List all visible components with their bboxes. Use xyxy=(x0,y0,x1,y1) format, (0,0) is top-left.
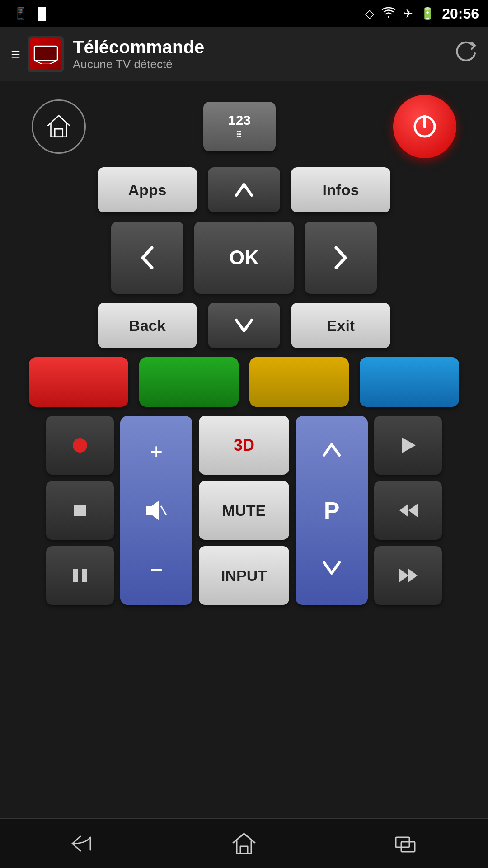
mute-button[interactable]: MUTE xyxy=(199,481,289,540)
svg-rect-18 xyxy=(240,846,248,854)
airplane-icon: ✈ xyxy=(403,7,413,21)
status-bar: 📱 ▐▌ ◇ ✈ 🔋 20:56 xyxy=(0,0,488,27)
svg-marker-17 xyxy=(408,569,418,582)
channel-column[interactable]: P xyxy=(296,416,368,605)
infos-button[interactable]: Infos xyxy=(291,167,390,212)
row-apps: Apps Infos xyxy=(18,167,470,212)
header-subtitle: Aucune TV détecté xyxy=(73,57,455,71)
volume-down-icon: − xyxy=(150,557,163,582)
rewind-button[interactable] xyxy=(374,481,442,540)
volume-up-icon: + xyxy=(150,439,163,464)
exit-button[interactable]: Exit xyxy=(291,303,390,348)
record-button[interactable] xyxy=(46,416,114,475)
svg-rect-0 xyxy=(34,46,57,61)
fastforward-button[interactable] xyxy=(374,546,442,605)
recents-nav-button[interactable] xyxy=(375,826,438,862)
app-icon xyxy=(28,36,64,72)
media-section: + − 3D MUTE INPUT P xyxy=(18,416,470,605)
channel-p-label: P xyxy=(324,497,340,524)
svg-line-12 xyxy=(161,506,166,515)
svg-marker-14 xyxy=(399,504,408,517)
app-icon-img xyxy=(30,38,61,70)
blue-button[interactable] xyxy=(360,357,459,407)
status-time: 20:56 xyxy=(442,5,479,22)
right-button[interactable] xyxy=(305,222,377,294)
header-title: Télécommande xyxy=(73,37,455,57)
stop-button[interactable] xyxy=(46,481,114,540)
pause-button[interactable] xyxy=(46,546,114,605)
record-col xyxy=(46,416,114,605)
red-button[interactable] xyxy=(29,357,128,407)
play-button[interactable] xyxy=(374,416,442,475)
svg-marker-15 xyxy=(408,504,418,517)
phone-icon: 📱 xyxy=(14,7,28,21)
ok-button[interactable]: OK xyxy=(194,222,294,294)
yellow-button[interactable] xyxy=(249,357,349,407)
left-button[interactable] xyxy=(111,222,183,294)
barcode-icon: ▐▌ xyxy=(33,7,50,21)
volume-column[interactable]: + − xyxy=(120,416,192,605)
playback-col xyxy=(374,416,442,605)
row-ok: OK xyxy=(18,222,470,294)
center-stack: 3D MUTE INPUT xyxy=(199,416,289,605)
svg-rect-10 xyxy=(82,569,87,582)
svg-rect-8 xyxy=(74,505,86,516)
home-button[interactable] xyxy=(32,99,86,154)
row-back: Back Exit xyxy=(18,303,470,348)
green-button[interactable] xyxy=(139,357,239,407)
back-button[interactable]: Back xyxy=(98,303,197,348)
refresh-icon[interactable] xyxy=(455,41,477,68)
svg-rect-9 xyxy=(73,569,78,582)
power-button[interactable] xyxy=(393,95,456,158)
input-button[interactable]: INPUT xyxy=(199,546,289,605)
header: ≡ Télécommande Aucune TV détecté xyxy=(0,27,488,81)
wifi-icon xyxy=(381,6,396,22)
svg-rect-4 xyxy=(55,129,63,137)
back-nav-button[interactable] xyxy=(50,826,113,862)
svg-point-7 xyxy=(73,438,87,453)
apps-button[interactable]: Apps xyxy=(98,167,197,212)
row-colors xyxy=(18,357,470,407)
svg-marker-11 xyxy=(146,500,159,520)
menu-icon[interactable]: ≡ xyxy=(11,45,20,64)
nav-bar xyxy=(0,818,488,868)
sim-icon: ◇ xyxy=(365,7,374,21)
3d-button[interactable]: 3D xyxy=(199,416,289,475)
volume-icon xyxy=(143,497,170,524)
svg-marker-16 xyxy=(399,569,408,582)
row-top: 123 ⠿ xyxy=(18,95,470,158)
home-nav-button[interactable] xyxy=(212,826,276,862)
channel-up-icon xyxy=(320,439,343,464)
channel-down-icon xyxy=(320,557,343,582)
numeric-button[interactable]: 123 ⠿ xyxy=(203,102,276,151)
header-text: Télécommande Aucune TV détecté xyxy=(73,37,455,71)
down-button[interactable] xyxy=(208,303,280,348)
svg-marker-13 xyxy=(402,438,416,453)
remote-area: 123 ⠿ Apps Infos OK xyxy=(0,81,488,618)
up-button[interactable] xyxy=(208,167,280,212)
battery-icon: 🔋 xyxy=(420,7,435,21)
